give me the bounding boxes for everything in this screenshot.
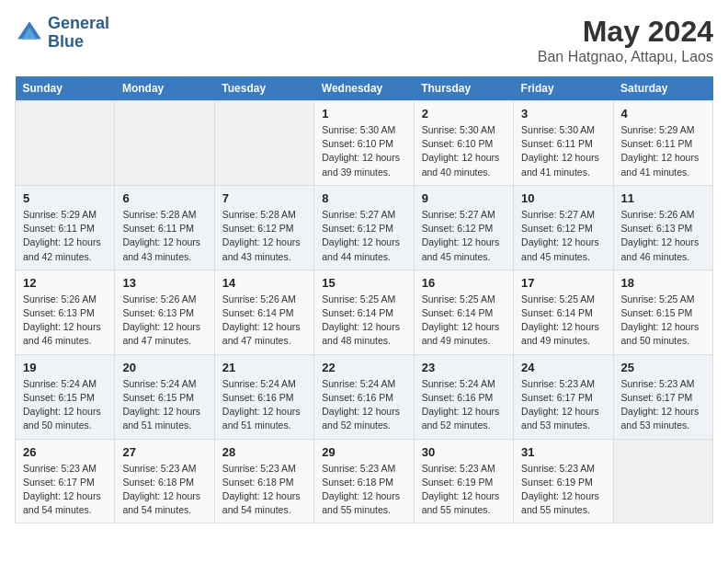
calendar-cell [613, 439, 712, 523]
day-number: 18 [621, 276, 705, 290]
calendar-header: SundayMondayTuesdayWednesdayThursdayFrid… [16, 76, 713, 101]
calendar-cell: 1Sunrise: 5:30 AM Sunset: 6:10 PM Daylig… [314, 101, 414, 186]
day-number: 16 [422, 276, 506, 290]
calendar-week-row: 12Sunrise: 5:26 AM Sunset: 6:13 PM Dayli… [16, 270, 713, 354]
calendar-week-row: 26Sunrise: 5:23 AM Sunset: 6:17 PM Dayli… [16, 439, 713, 523]
calendar-cell: 22Sunrise: 5:24 AM Sunset: 6:16 PM Dayli… [314, 354, 414, 439]
day-info: Sunrise: 5:24 AM Sunset: 6:16 PM Dayligh… [222, 377, 306, 433]
calendar-cell: 5Sunrise: 5:29 AM Sunset: 6:11 PM Daylig… [16, 185, 115, 270]
weekday-header: Wednesday [314, 76, 414, 101]
calendar-cell: 25Sunrise: 5:23 AM Sunset: 6:17 PM Dayli… [613, 354, 712, 439]
calendar-week-row: 19Sunrise: 5:24 AM Sunset: 6:15 PM Dayli… [16, 354, 713, 439]
weekday-header: Tuesday [214, 76, 313, 101]
day-number: 22 [322, 361, 405, 374]
calendar-cell [115, 101, 214, 186]
day-info: Sunrise: 5:26 AM Sunset: 6:13 PM Dayligh… [621, 208, 705, 264]
day-info: Sunrise: 5:26 AM Sunset: 6:14 PM Dayligh… [222, 293, 306, 349]
day-number: 8 [322, 191, 405, 205]
day-number: 28 [222, 445, 306, 459]
day-number: 30 [422, 445, 506, 459]
day-info: Sunrise: 5:23 AM Sunset: 6:18 PM Dayligh… [322, 462, 405, 518]
day-number: 17 [521, 276, 605, 290]
calendar-cell: 21Sunrise: 5:24 AM Sunset: 6:16 PM Dayli… [214, 354, 313, 439]
day-number: 10 [521, 191, 605, 205]
calendar-cell: 11Sunrise: 5:26 AM Sunset: 6:13 PM Dayli… [613, 185, 712, 270]
day-number: 15 [322, 276, 405, 290]
weekday-header: Monday [115, 76, 214, 101]
day-number: 27 [122, 445, 206, 459]
day-info: Sunrise: 5:25 AM Sunset: 6:14 PM Dayligh… [422, 293, 506, 349]
day-info: Sunrise: 5:25 AM Sunset: 6:15 PM Dayligh… [621, 293, 705, 349]
day-number: 9 [422, 191, 506, 205]
day-info: Sunrise: 5:29 AM Sunset: 6:11 PM Dayligh… [23, 208, 107, 264]
page-header: General Blue May 2024 Ban Hatgnao, Attap… [15, 15, 713, 65]
day-number: 2 [422, 107, 506, 121]
day-info: Sunrise: 5:30 AM Sunset: 6:11 PM Dayligh… [521, 123, 605, 179]
day-number: 24 [521, 361, 605, 374]
calendar-cell: 30Sunrise: 5:23 AM Sunset: 6:19 PM Dayli… [414, 439, 513, 523]
calendar-cell: 13Sunrise: 5:26 AM Sunset: 6:13 PM Dayli… [115, 270, 214, 354]
calendar-cell: 27Sunrise: 5:23 AM Sunset: 6:18 PM Dayli… [115, 439, 214, 523]
day-number: 19 [23, 361, 107, 374]
calendar-table: SundayMondayTuesdayWednesdayThursdayFrid… [15, 76, 713, 523]
day-info: Sunrise: 5:30 AM Sunset: 6:10 PM Dayligh… [322, 123, 405, 179]
day-info: Sunrise: 5:27 AM Sunset: 6:12 PM Dayligh… [521, 208, 605, 264]
day-info: Sunrise: 5:23 AM Sunset: 6:18 PM Dayligh… [222, 462, 306, 518]
day-number: 29 [322, 445, 405, 459]
calendar-week-row: 5Sunrise: 5:29 AM Sunset: 6:11 PM Daylig… [16, 185, 713, 270]
day-info: Sunrise: 5:26 AM Sunset: 6:13 PM Dayligh… [23, 293, 107, 349]
weekday-header: Saturday [613, 76, 712, 101]
day-number: 6 [122, 191, 206, 205]
calendar-cell: 29Sunrise: 5:23 AM Sunset: 6:18 PM Dayli… [314, 439, 414, 523]
day-info: Sunrise: 5:23 AM Sunset: 6:17 PM Dayligh… [23, 462, 107, 518]
calendar-cell: 20Sunrise: 5:24 AM Sunset: 6:15 PM Dayli… [115, 354, 214, 439]
calendar-cell [16, 101, 115, 186]
calendar-body: 1Sunrise: 5:30 AM Sunset: 6:10 PM Daylig… [16, 101, 713, 523]
calendar-cell: 28Sunrise: 5:23 AM Sunset: 6:18 PM Dayli… [214, 439, 313, 523]
day-number: 5 [23, 191, 107, 205]
day-number: 26 [23, 445, 107, 459]
calendar-cell: 7Sunrise: 5:28 AM Sunset: 6:12 PM Daylig… [214, 185, 313, 270]
logo-line2: Blue [48, 33, 109, 52]
calendar-cell: 8Sunrise: 5:27 AM Sunset: 6:12 PM Daylig… [314, 185, 414, 270]
calendar-cell: 9Sunrise: 5:27 AM Sunset: 6:12 PM Daylig… [414, 185, 513, 270]
day-info: Sunrise: 5:23 AM Sunset: 6:17 PM Dayligh… [621, 377, 705, 433]
day-info: Sunrise: 5:26 AM Sunset: 6:13 PM Dayligh… [122, 293, 206, 349]
day-info: Sunrise: 5:24 AM Sunset: 6:16 PM Dayligh… [322, 377, 405, 433]
day-info: Sunrise: 5:27 AM Sunset: 6:12 PM Dayligh… [422, 208, 506, 264]
day-info: Sunrise: 5:30 AM Sunset: 6:10 PM Dayligh… [422, 123, 506, 179]
day-number: 20 [122, 361, 206, 374]
day-info: Sunrise: 5:23 AM Sunset: 6:17 PM Dayligh… [521, 377, 605, 433]
day-number: 21 [222, 361, 306, 374]
day-number: 12 [23, 276, 107, 290]
day-info: Sunrise: 5:29 AM Sunset: 6:11 PM Dayligh… [621, 123, 705, 179]
calendar-cell: 6Sunrise: 5:28 AM Sunset: 6:11 PM Daylig… [115, 185, 214, 270]
calendar-cell: 2Sunrise: 5:30 AM Sunset: 6:10 PM Daylig… [414, 101, 513, 186]
calendar-cell: 18Sunrise: 5:25 AM Sunset: 6:15 PM Dayli… [613, 270, 712, 354]
day-number: 3 [521, 107, 605, 121]
day-number: 14 [222, 276, 306, 290]
day-info: Sunrise: 5:28 AM Sunset: 6:11 PM Dayligh… [122, 208, 206, 264]
main-title: May 2024 [538, 15, 713, 49]
day-info: Sunrise: 5:25 AM Sunset: 6:14 PM Dayligh… [521, 293, 605, 349]
day-number: 11 [621, 191, 705, 205]
weekday-header-row: SundayMondayTuesdayWednesdayThursdayFrid… [16, 76, 713, 101]
calendar-cell: 10Sunrise: 5:27 AM Sunset: 6:12 PM Dayli… [514, 185, 613, 270]
calendar-cell: 31Sunrise: 5:23 AM Sunset: 6:19 PM Dayli… [514, 439, 613, 523]
calendar-cell: 17Sunrise: 5:25 AM Sunset: 6:14 PM Dayli… [514, 270, 613, 354]
day-info: Sunrise: 5:24 AM Sunset: 6:15 PM Dayligh… [122, 377, 206, 433]
logo-line1: General [48, 15, 109, 33]
day-info: Sunrise: 5:24 AM Sunset: 6:15 PM Dayligh… [23, 377, 107, 433]
calendar-cell: 3Sunrise: 5:30 AM Sunset: 6:11 PM Daylig… [514, 101, 613, 186]
day-number: 1 [322, 107, 405, 121]
day-number: 4 [621, 107, 705, 121]
weekday-header: Thursday [414, 76, 513, 101]
calendar-cell [214, 101, 313, 186]
day-number: 7 [222, 191, 306, 205]
day-number: 23 [422, 361, 506, 374]
calendar-cell: 14Sunrise: 5:26 AM Sunset: 6:14 PM Dayli… [214, 270, 313, 354]
day-info: Sunrise: 5:27 AM Sunset: 6:12 PM Dayligh… [322, 208, 405, 264]
calendar-cell: 19Sunrise: 5:24 AM Sunset: 6:15 PM Dayli… [16, 354, 115, 439]
calendar-cell: 16Sunrise: 5:25 AM Sunset: 6:14 PM Dayli… [414, 270, 513, 354]
logo-icon [15, 18, 44, 48]
